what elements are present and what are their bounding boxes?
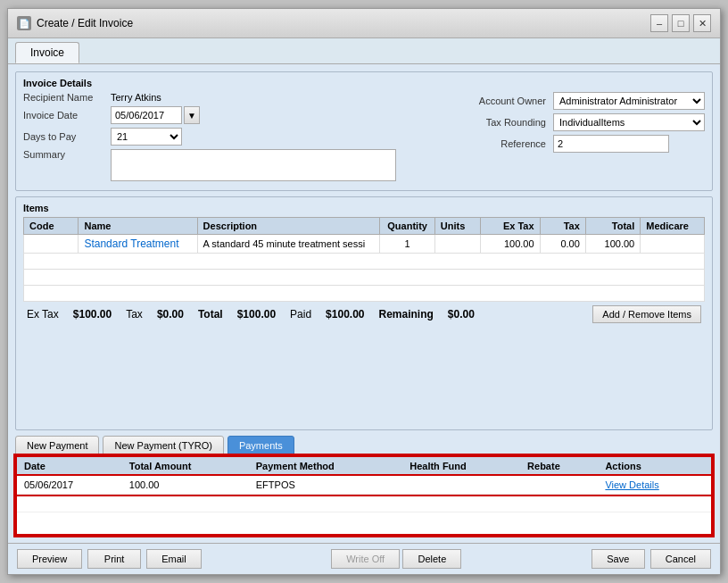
payment-row: 05/06/2017 100.00 EFTPOS View Details xyxy=(17,476,711,495)
item-extax: 100.00 xyxy=(481,235,541,254)
payment-health-fund xyxy=(402,476,520,495)
table-row: Standard Treatment A standard 45 minute … xyxy=(24,235,705,254)
ex-tax-label: Ex Tax xyxy=(27,308,59,321)
col-header-total: Total xyxy=(585,218,640,235)
main-window: 📄 Create / Edit Invoice – □ ✕ Invoice In… xyxy=(7,8,721,575)
right-form: Account Owner Administrator Administrato… xyxy=(466,92,705,185)
payments-panel: Date Total Amount Payment Method Health … xyxy=(15,455,713,536)
delete-button[interactable]: Delete xyxy=(402,549,461,569)
col-header-payment-method: Payment Method xyxy=(249,457,402,476)
bottom-bar-center: Write Off Delete xyxy=(331,549,461,569)
view-details-link[interactable]: View Details xyxy=(605,479,658,490)
title-bar: 📄 Create / Edit Invoice – □ ✕ xyxy=(8,9,720,38)
payment-method: EFTPOS xyxy=(249,476,402,495)
preview-button[interactable]: Preview xyxy=(17,549,82,569)
tax-rounding-row: Tax Rounding IndividualItems xyxy=(466,113,705,131)
item-name-link[interactable]: Standard Treatment xyxy=(84,237,178,250)
tab-invoice[interactable]: Invoice xyxy=(15,42,79,63)
items-section: Items Code Name Description Quantity Uni… xyxy=(15,196,713,430)
item-name: Standard Treatment xyxy=(79,235,197,254)
window-icon: 📄 xyxy=(17,16,31,30)
col-header-qty: Quantity xyxy=(380,218,434,235)
col-header-rebate: Rebate xyxy=(520,457,598,476)
reference-row: Reference xyxy=(466,135,705,153)
reference-input[interactable] xyxy=(553,135,669,153)
item-tax: 0.00 xyxy=(540,235,585,254)
item-qty: 1 xyxy=(380,235,434,254)
col-header-health-fund: Health Fund xyxy=(402,457,520,476)
window-title: Create / Edit Invoice xyxy=(37,17,133,29)
summary-textarea[interactable] xyxy=(111,149,396,181)
empty-row-3 xyxy=(24,286,705,302)
add-remove-items-button[interactable]: Add / Remove Items xyxy=(592,305,701,323)
item-code xyxy=(24,235,79,254)
col-header-tax: Tax xyxy=(540,218,585,235)
payment-empty-row xyxy=(17,495,711,512)
item-desc: A standard 45 minute treatment sessi xyxy=(197,235,380,254)
print-button[interactable]: Print xyxy=(87,549,141,569)
tax-rounding-select[interactable]: IndividualItems xyxy=(553,113,705,131)
account-owner-select[interactable]: Administrator Administrator xyxy=(553,92,705,110)
new-payment-tab[interactable]: New Payment xyxy=(15,436,99,455)
items-footer-left: Ex Tax $100.00 Tax $0.00 Total $100.00 P… xyxy=(27,308,475,321)
bottom-bar: Preview Print Email Write Off Delete Sav… xyxy=(8,543,720,574)
new-payment-tyro-tab[interactable]: New Payment (TYRO) xyxy=(103,436,223,455)
payment-rebate xyxy=(520,476,598,495)
invoice-forms: Recipient Name Terry Atkins Invoice Date… xyxy=(23,92,705,185)
days-to-pay-select[interactable]: 21 xyxy=(111,128,182,146)
minimize-button[interactable]: – xyxy=(650,14,668,32)
items-table: Code Name Description Quantity Units Ex … xyxy=(23,217,705,302)
payments-tab[interactable]: Payments xyxy=(228,436,294,455)
col-header-desc: Description xyxy=(197,218,380,235)
paid-label: Paid xyxy=(290,308,311,321)
close-button[interactable]: ✕ xyxy=(693,14,711,32)
summary-label: Summary xyxy=(23,149,103,160)
maximize-button[interactable]: □ xyxy=(672,14,690,32)
tab-bar: Invoice xyxy=(8,38,720,64)
cancel-button[interactable]: Cancel xyxy=(650,549,711,569)
days-to-pay-row: Days to Pay 21 xyxy=(23,128,459,146)
recipient-label: Recipient Name xyxy=(23,92,103,103)
invoice-date-row: Invoice Date ▼ xyxy=(23,106,459,124)
payments-header-row: Date Total Amount Payment Method Health … xyxy=(17,457,711,476)
bottom-bar-left: Preview Print Email xyxy=(17,549,202,569)
payment-tabs: New Payment New Payment (TYRO) Payments xyxy=(15,436,713,455)
save-button[interactable]: Save xyxy=(592,549,645,569)
empty-row-2 xyxy=(24,270,705,286)
invoice-date-wrap: ▼ xyxy=(111,106,200,124)
items-footer: Ex Tax $100.00 Tax $0.00 Total $100.00 P… xyxy=(23,302,705,323)
tax-label: Tax xyxy=(126,308,143,321)
remaining-value: $0.00 xyxy=(448,308,475,321)
days-to-pay-label: Days to Pay xyxy=(23,131,103,142)
reference-label: Reference xyxy=(466,138,546,149)
write-off-button[interactable]: Write Off xyxy=(331,549,400,569)
empty-row-1 xyxy=(24,254,705,270)
date-picker-button[interactable]: ▼ xyxy=(184,106,200,124)
items-header-row: Code Name Description Quantity Units Ex … xyxy=(24,218,705,235)
items-footer-right: Add / Remove Items xyxy=(592,305,701,323)
tax-value: $0.00 xyxy=(157,308,184,321)
payment-date: 05/06/2017 xyxy=(17,476,122,495)
col-header-extax: Ex Tax xyxy=(481,218,541,235)
title-bar-controls: – □ ✕ xyxy=(650,14,711,32)
total-value: $100.00 xyxy=(237,308,276,321)
col-header-medicare: Medicare xyxy=(641,218,705,235)
account-owner-row: Account Owner Administrator Administrato… xyxy=(466,92,705,110)
payment-action: View Details xyxy=(598,476,711,495)
invoice-date-input[interactable] xyxy=(111,106,182,124)
invoice-details-title: Invoice Details xyxy=(23,78,705,88)
recipient-value: Terry Atkins xyxy=(111,92,161,103)
main-content: Invoice Details Recipient Name Terry Atk… xyxy=(8,64,720,543)
invoice-details-section: Invoice Details Recipient Name Terry Atk… xyxy=(15,71,713,191)
invoice-date-label: Invoice Date xyxy=(23,110,103,121)
col-header-total-amount: Total Amount xyxy=(122,457,249,476)
ex-tax-value: $100.00 xyxy=(73,308,112,321)
summary-row: Summary xyxy=(23,149,459,181)
payments-table: Date Total Amount Payment Method Health … xyxy=(17,457,711,512)
paid-value: $100.00 xyxy=(326,308,364,321)
email-button[interactable]: Email xyxy=(146,549,202,569)
bottom-bar-right: Save Cancel xyxy=(592,549,711,569)
items-title: Items xyxy=(23,203,705,213)
col-header-code: Code xyxy=(24,218,79,235)
account-owner-label: Account Owner xyxy=(466,96,546,106)
